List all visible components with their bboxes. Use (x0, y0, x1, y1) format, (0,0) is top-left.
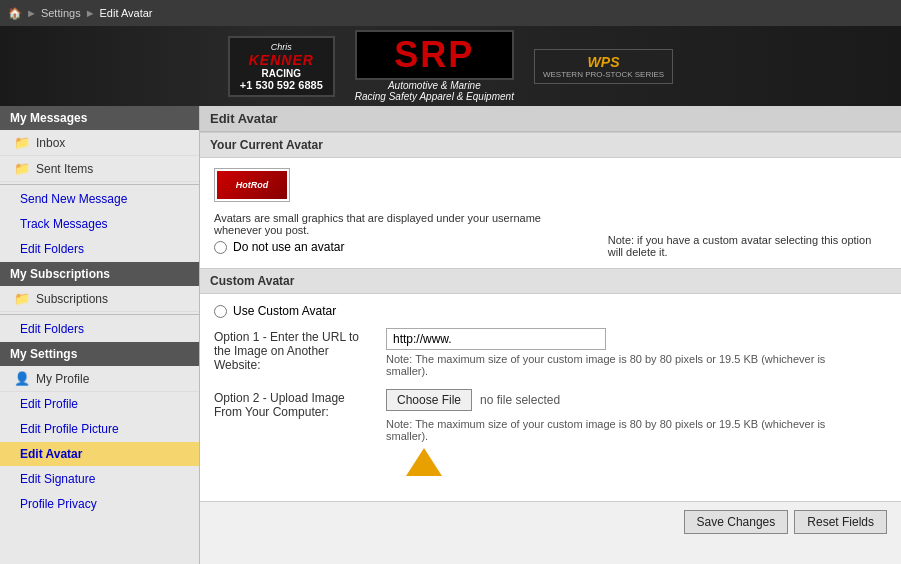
srp-logo-text: SRP (355, 30, 514, 80)
url-input[interactable] (386, 328, 606, 350)
sidebar-item-inbox[interactable]: 📁 Inbox (0, 130, 199, 156)
use-custom-row: Use Custom Avatar (214, 304, 887, 318)
sidebar-item-sent-label: Sent Items (36, 162, 93, 176)
srp-text1: Automotive & Marine (355, 80, 514, 91)
main-layout: My Messages 📁 Inbox 📁 Sent Items Send Ne… (0, 106, 901, 564)
option1-note: Note: The maximum size of your custom im… (386, 353, 836, 377)
content-area: Edit Avatar Your Current Avatar HotRod A… (200, 106, 901, 564)
option2-content: Choose File no file selected Note: The m… (386, 389, 887, 479)
option2-label: Option 2 - Upload Image From Your Comput… (214, 389, 374, 419)
do-not-use-radio-row: Do not use an avatar (214, 240, 578, 254)
home-icon[interactable]: 🏠 (8, 7, 22, 20)
breadcrumb-settings[interactable]: Settings (41, 7, 81, 19)
sidebar-item-edit-profile-picture[interactable]: Edit Profile Picture (0, 417, 199, 442)
breadcrumb-separator2: ► (85, 7, 96, 19)
option1-content: Note: The maximum size of your custom im… (386, 328, 887, 377)
avatar-display: HotRod (214, 168, 290, 202)
sidebar: My Messages 📁 Inbox 📁 Sent Items Send Ne… (0, 106, 200, 564)
sidebar-header-messages: My Messages (0, 106, 199, 130)
sent-folder-icon: 📁 (14, 161, 30, 176)
profile-icon: 👤 (14, 371, 30, 386)
option1-label: Option 1 - Enter the URL to the Image on… (214, 328, 374, 372)
arrow-indicator (406, 448, 442, 476)
sidebar-header-settings: My Settings (0, 342, 199, 366)
sidebar-divider1 (0, 184, 199, 185)
save-changes-button[interactable]: Save Changes (684, 510, 789, 534)
wps-text: WPS (543, 54, 664, 70)
avatar-description: Avatars are small graphics that are disp… (214, 212, 578, 236)
sidebar-item-subscriptions-label: Subscriptions (36, 292, 108, 306)
custom-avatar-section: Use Custom Avatar Option 1 - Enter the U… (200, 294, 901, 501)
use-custom-label: Use Custom Avatar (233, 304, 336, 318)
kenner-brand3: RACING (240, 68, 323, 79)
sidebar-item-my-profile-label: My Profile (36, 372, 89, 386)
current-avatar-section: HotRod Avatars are small graphics that a… (200, 158, 901, 268)
top-nav: 🏠 ► Settings ► Edit Avatar (0, 0, 901, 26)
kenner-brand1: Chris (240, 42, 323, 52)
breadcrumb-current: Edit Avatar (100, 7, 153, 19)
sidebar-item-edit-avatar[interactable]: Edit Avatar (0, 442, 199, 467)
wps-logo-block: WPS WESTERN PRO-STOCK SERIES (534, 49, 673, 84)
use-custom-radio[interactable] (214, 305, 227, 318)
srp-text2: Racing Safety Apparel & Equipment (355, 91, 514, 102)
option1-row: Option 1 - Enter the URL to the Image on… (214, 328, 887, 377)
content-inner: Edit Avatar Your Current Avatar HotRod A… (200, 106, 901, 542)
sidebar-item-edit-signature[interactable]: Edit Signature (0, 467, 199, 492)
sidebar-item-profile-privacy[interactable]: Profile Privacy (0, 492, 199, 517)
sidebar-item-edit-profile[interactable]: Edit Profile (0, 392, 199, 417)
option2-note: Note: The maximum size of your custom im… (386, 418, 836, 442)
no-file-text: no file selected (480, 393, 560, 407)
delete-note: Note: if you have a custom avatar select… (608, 234, 887, 258)
srp-logo-block: SRP Automotive & Marine Racing Safety Ap… (355, 30, 514, 102)
content-title: Edit Avatar (200, 106, 901, 132)
bottom-actions: Save Changes Reset Fields (200, 501, 901, 542)
subscriptions-folder-icon: 📁 (14, 291, 30, 306)
sidebar-item-edit-folders-subs[interactable]: Edit Folders (0, 317, 199, 342)
option2-row: Option 2 - Upload Image From Your Comput… (214, 389, 887, 479)
sidebar-item-inbox-label: Inbox (36, 136, 65, 150)
sidebar-item-subscriptions[interactable]: 📁 Subscriptions (0, 286, 199, 312)
sidebar-item-sent[interactable]: 📁 Sent Items (0, 156, 199, 182)
breadcrumb-separator1: ► (26, 7, 37, 19)
kenner-phone: +1 530 592 6885 (240, 79, 323, 91)
kenner-logo: Chris KENNER RACING +1 530 592 6885 (228, 36, 335, 97)
sidebar-item-my-profile[interactable]: 👤 My Profile (0, 366, 199, 392)
sidebar-item-track-messages[interactable]: Track Messages (0, 212, 199, 237)
sidebar-header-subscriptions: My Subscriptions (0, 262, 199, 286)
sidebar-divider2 (0, 314, 199, 315)
sidebar-item-send-message[interactable]: Send New Message (0, 187, 199, 212)
sidebar-item-edit-folders-messages[interactable]: Edit Folders (0, 237, 199, 262)
kenner-brand2: KENNER (240, 52, 323, 68)
custom-avatar-header: Custom Avatar (200, 268, 901, 294)
avatar-image: HotRod (217, 171, 287, 199)
choose-file-row: Choose File no file selected (386, 389, 887, 411)
choose-file-button[interactable]: Choose File (386, 389, 472, 411)
reset-fields-button[interactable]: Reset Fields (794, 510, 887, 534)
wps-sub: WESTERN PRO-STOCK SERIES (543, 70, 664, 79)
inbox-folder-icon: 📁 (14, 135, 30, 150)
do-not-use-label: Do not use an avatar (233, 240, 344, 254)
do-not-use-radio[interactable] (214, 241, 227, 254)
banner: Chris KENNER RACING +1 530 592 6885 SRP … (0, 26, 901, 106)
current-avatar-header: Your Current Avatar (200, 132, 901, 158)
